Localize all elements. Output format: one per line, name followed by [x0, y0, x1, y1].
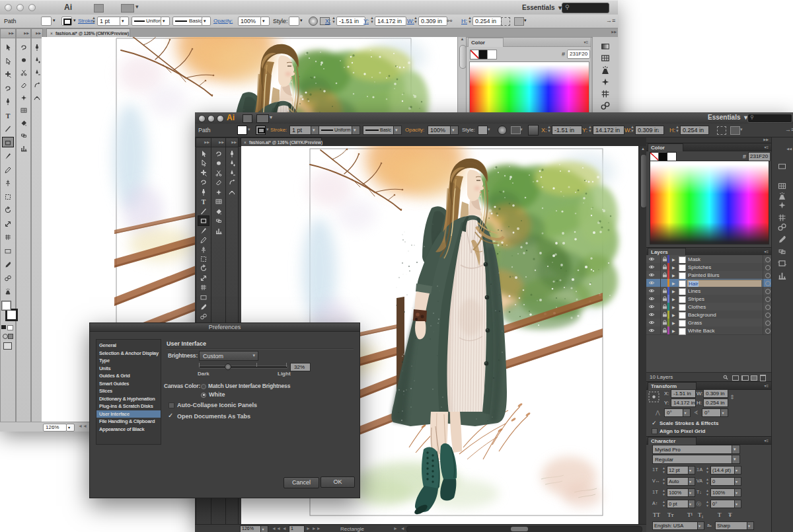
- svg-text:T: T: [202, 198, 206, 206]
- svg-text:T: T: [6, 112, 11, 119]
